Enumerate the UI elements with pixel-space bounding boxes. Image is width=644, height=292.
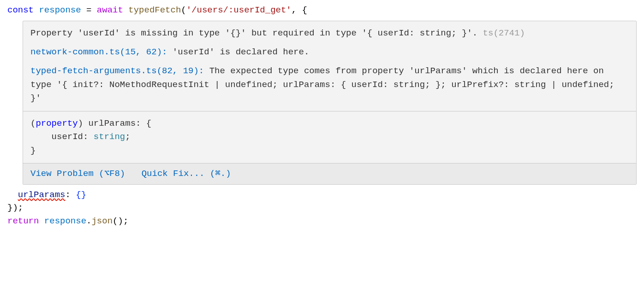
tooltip-actions-bar: View Problem (⌥F8) Quick Fix... (⌘.): [23, 163, 636, 184]
keyword-return: return: [7, 216, 39, 226]
quick-fix-link[interactable]: Quick Fix... (⌘.): [142, 169, 231, 179]
ts-error-code: ts(2741): [483, 28, 525, 38]
code-line-urlparams: urlParams: {}: [7, 188, 637, 202]
typeinfo-line-1: (property) urlParams: {: [30, 117, 629, 130]
code-line-1: const response = await typedFetch('/user…: [7, 4, 637, 17]
error-message: Property 'userId' is missing in type '{}…: [30, 27, 629, 40]
method-json: json: [91, 216, 113, 226]
typeinfo-line-2: userId: string;: [30, 130, 629, 144]
error-reference-2: typed-fetch-arguments.ts(82, 19): The ex…: [30, 64, 629, 105]
keyword-const: const: [7, 5, 34, 15]
code-line-close: });: [7, 201, 637, 215]
variable-response: response: [39, 5, 81, 15]
keyword-await: await: [97, 5, 123, 15]
code-line-return: return response.json();: [7, 215, 637, 228]
typeinfo-line-3: }: [30, 144, 629, 158]
tooltip-error-section: Property 'userId' is missing in type '{}…: [23, 21, 636, 111]
variable-response-2: response: [44, 216, 86, 226]
error-tooltip: Property 'userId' is missing in type '{}…: [23, 21, 637, 185]
file-link-typed-fetch[interactable]: typed-fetch-arguments.ts(82, 19):: [30, 66, 204, 76]
function-typedfetch: typedFetch: [128, 5, 181, 15]
error-reference-1: network-common.ts(15, 62): 'userId' is d…: [30, 46, 629, 59]
tooltip-typeinfo-section: (property) urlParams: { userId: string; …: [23, 111, 636, 163]
file-link-network-common[interactable]: network-common.ts(15, 62):: [30, 47, 167, 57]
property-urlparams: urlParams: [18, 190, 66, 200]
view-problem-link[interactable]: View Problem (⌥F8): [30, 169, 125, 179]
string-literal: '/users/:userId_get': [186, 5, 292, 15]
